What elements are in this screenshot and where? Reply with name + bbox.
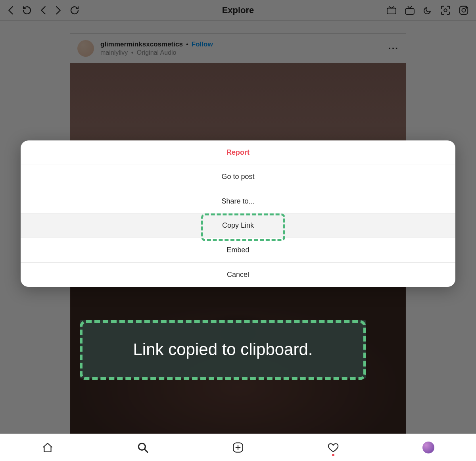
- svg-line-7: [144, 449, 148, 452]
- moon-icon[interactable]: [423, 6, 432, 15]
- nav-profile-button[interactable]: [419, 438, 438, 457]
- plus-square-icon: [232, 442, 244, 453]
- bottom-nav: [0, 434, 476, 461]
- separator-dot: •: [186, 40, 188, 48]
- action-sheet: Report Go to post Share to... Copy Link …: [21, 140, 455, 287]
- notification-dot: [332, 454, 334, 456]
- instagram-icon[interactable]: [459, 5, 469, 15]
- sheet-item-copy-link[interactable]: Copy Link: [21, 214, 455, 238]
- refresh-inner-icon[interactable]: [70, 6, 79, 15]
- audio-author: mainlylivy: [100, 49, 128, 56]
- photos-icon[interactable]: [386, 6, 397, 15]
- nav-home-button[interactable]: [38, 438, 57, 457]
- home-icon: [42, 442, 54, 453]
- svg-point-2: [444, 9, 447, 12]
- sheet-item-report[interactable]: Report: [21, 140, 455, 165]
- toast-message: Link copied to clipboard.: [133, 340, 313, 359]
- post-avatar[interactable]: [77, 40, 94, 57]
- separator-dot: •: [131, 49, 134, 56]
- heart-icon: [327, 442, 339, 453]
- chevron-left-icon[interactable]: [40, 5, 47, 15]
- follow-button[interactable]: Follow: [192, 40, 213, 48]
- chevron-right-icon[interactable]: [55, 5, 62, 15]
- post-header: glimmerminksxcosmetics • Follow mainlyli…: [70, 34, 406, 63]
- nav-search-button[interactable]: [133, 438, 152, 457]
- svg-rect-0: [387, 8, 396, 14]
- svg-point-4: [462, 8, 465, 12]
- more-options-button[interactable]: ···: [388, 43, 399, 54]
- audio-track: Original Audio: [137, 49, 177, 56]
- tv-icon[interactable]: [405, 6, 415, 15]
- toast-copied: Link copied to clipboard.: [80, 320, 366, 378]
- sheet-item-go-to-post[interactable]: Go to post: [21, 165, 455, 190]
- nav-activity-button[interactable]: [324, 438, 343, 457]
- nav-create-button[interactable]: [228, 438, 248, 457]
- post-audio-line[interactable]: mainlylivy • Original Audio: [100, 49, 382, 56]
- top-toolbar: Explore: [0, 0, 476, 21]
- capture-icon[interactable]: [440, 5, 451, 15]
- profile-avatar-icon: [422, 442, 434, 453]
- refresh-outer-icon[interactable]: [22, 6, 32, 15]
- search-icon: [137, 442, 149, 453]
- chevron-left-outer-icon[interactable]: [7, 5, 14, 15]
- sheet-item-embed[interactable]: Embed: [21, 238, 455, 263]
- sheet-item-share-to[interactable]: Share to...: [21, 189, 455, 214]
- svg-rect-1: [405, 8, 414, 14]
- svg-point-5: [466, 7, 467, 8]
- post-username[interactable]: glimmerminksxcosmetics: [100, 40, 183, 48]
- sheet-item-cancel[interactable]: Cancel: [21, 263, 455, 287]
